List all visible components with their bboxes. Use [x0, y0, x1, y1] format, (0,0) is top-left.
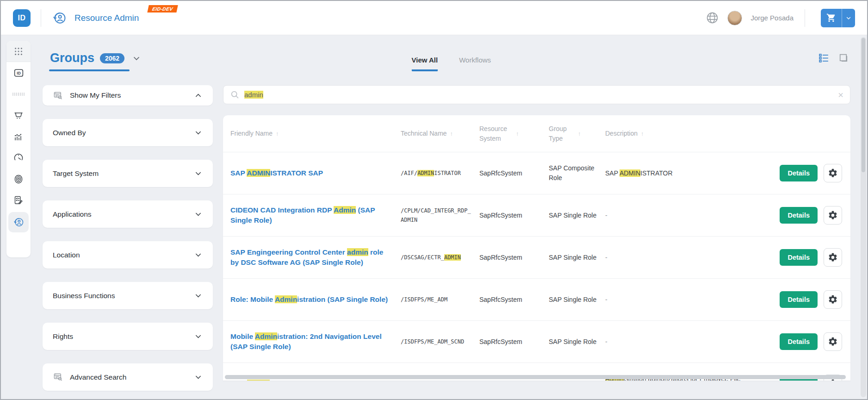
filter-label: Target System [53, 169, 99, 178]
clear-search-icon[interactable]: × [838, 90, 843, 100]
filters-panel: Show My Filters Owned By Target System [43, 85, 213, 400]
horizontal-scrollbar[interactable] [225, 375, 846, 379]
resource-admin-icon [51, 10, 67, 26]
highlight: ADMIN [444, 254, 461, 261]
page-head: Groups 2062 View All Workflows [43, 41, 850, 71]
column-header-group-type[interactable]: Group Type [549, 124, 605, 143]
filter-applications[interactable]: Applications [43, 200, 213, 228]
search-input[interactable]: admin × [223, 85, 850, 104]
main-content: Groups 2062 View All Workflows [43, 41, 850, 399]
resource-system: SapRfcSystem [479, 211, 549, 220]
table-header-row: Friendly Name Technical Name Resource Sy… [223, 115, 850, 152]
nav-analytics-button[interactable] [6, 126, 31, 147]
app-title: Resource Admin [74, 13, 139, 23]
chevron-down-icon [194, 250, 203, 259]
chevron-down-icon [194, 291, 203, 300]
rail-divider-dashes [6, 83, 31, 105]
friendly-name-link[interactable]: CIDEON CAD Integration RDP Admin (SAP Si… [230, 205, 401, 226]
body-row: Show My Filters Owned By Target System [43, 85, 850, 400]
sort-asc-icon [641, 130, 644, 137]
column-header-resource-system[interactable]: Resource System [479, 124, 549, 143]
description: - [605, 253, 769, 262]
chevron-down-icon[interactable] [842, 9, 855, 27]
list-view-button[interactable] [818, 52, 830, 64]
resource-system: SapRfcSystem [479, 253, 549, 262]
filter-location[interactable]: Location [43, 241, 213, 269]
group-type: SAP Single Role [549, 295, 605, 305]
tab-workflows[interactable]: Workflows [459, 56, 491, 71]
apps-grid-button[interactable] [6, 41, 31, 62]
highlight: ADMIN [247, 169, 270, 177]
row-settings-button[interactable] [824, 248, 842, 267]
tab-view-all[interactable]: View All [411, 56, 438, 71]
filter-label: Advanced Search [70, 373, 126, 381]
highlight: ADMIN [417, 170, 434, 176]
nav-identity-button[interactable]: ID [6, 62, 31, 83]
details-button[interactable]: Details [780, 291, 818, 308]
group-type: SAP Composite Role [549, 163, 605, 183]
description: - [605, 295, 769, 305]
sort-asc-icon [450, 130, 453, 137]
details-button[interactable]: Details [780, 249, 818, 266]
table-row: CIDEON CAD Integration RDP Admin (SAP Si… [223, 194, 850, 237]
divider [41, 9, 41, 27]
brand-logo[interactable]: ID [13, 9, 31, 27]
highlight: Admin [255, 332, 277, 340]
row-actions: Details [769, 164, 843, 182]
filter-show-my-filters[interactable]: Show My Filters [43, 85, 213, 106]
group-type: SAP Single Role [549, 211, 605, 220]
sort-asc-icon [516, 130, 519, 137]
friendly-name-link[interactable]: Role: Mobile Administration (SAP Single … [230, 294, 401, 305]
filter-rights[interactable]: Rights [43, 323, 213, 350]
filter-label: Business Functions [53, 292, 115, 300]
nav-gauge-button[interactable] [6, 147, 31, 169]
column-header-technical-name[interactable]: Technical Name [401, 129, 479, 138]
gear-icon [828, 168, 838, 178]
vertical-scrollbar-thumb[interactable] [862, 38, 865, 172]
filter-label: Owned By [53, 129, 86, 137]
nav-forms-button[interactable] [6, 190, 31, 211]
nav-resource-admin-button-active[interactable] [8, 212, 29, 232]
filter-advanced-search[interactable]: Advanced Search [43, 363, 213, 391]
description: - [605, 211, 769, 220]
nav-fingerprint-button[interactable] [6, 169, 31, 190]
details-button[interactable]: Details [780, 165, 818, 181]
nav-cart-button[interactable] [6, 105, 31, 126]
groups-table: Friendly Name Technical Name Resource Sy… [223, 115, 850, 381]
group-type: SAP Single Role [549, 337, 605, 347]
filter-table-search-icon [53, 372, 63, 382]
filter-owned-by[interactable]: Owned By [43, 119, 213, 146]
resource-system: SapRfcSystem [479, 379, 549, 381]
count-badge: 2062 [100, 53, 124, 63]
column-header-friendly-name[interactable]: Friendly Name [230, 129, 401, 138]
description: SAP ADMINISTRATOR [605, 169, 769, 178]
filter-label: Applications [53, 210, 92, 219]
friendly-name-link[interactable]: Mobile Administration: 2nd Navigation Le… [230, 331, 401, 352]
filter-business-functions[interactable]: Business Functions [43, 282, 213, 309]
card-view-button[interactable] [838, 52, 849, 64]
cart-button[interactable] [821, 9, 855, 27]
search-icon [230, 90, 240, 100]
resource-system: SapRfcSystem [479, 295, 549, 305]
globe-icon[interactable] [706, 11, 719, 25]
row-settings-button[interactable] [824, 164, 842, 182]
friendly-name-link[interactable]: SAP Engingeering Control Center admin ro… [230, 247, 401, 268]
row-settings-button[interactable] [824, 332, 842, 351]
column-header-description[interactable]: Description [605, 129, 769, 138]
row-actions: Details [769, 248, 843, 267]
title-underline [49, 69, 130, 71]
user-avatar[interactable] [727, 11, 742, 25]
gear-icon [828, 337, 838, 347]
details-button[interactable]: Details [780, 207, 818, 224]
row-actions: Details [769, 332, 843, 351]
chevron-down-icon[interactable] [132, 54, 141, 63]
filter-target-system[interactable]: Target System [43, 160, 213, 187]
row-settings-button[interactable] [824, 290, 842, 309]
details-button[interactable]: Details [780, 333, 818, 350]
vertical-scrollbar-track[interactable] [861, 37, 866, 397]
row-actions: Details [769, 206, 843, 225]
table-row: Role: Mobile Administration (SAP Single … [223, 279, 850, 321]
row-settings-button[interactable] [824, 206, 842, 225]
svg-text:ID: ID [17, 70, 20, 75]
friendly-name-link[interactable]: SAP ADMINISTRATOR SAP [230, 168, 401, 178]
